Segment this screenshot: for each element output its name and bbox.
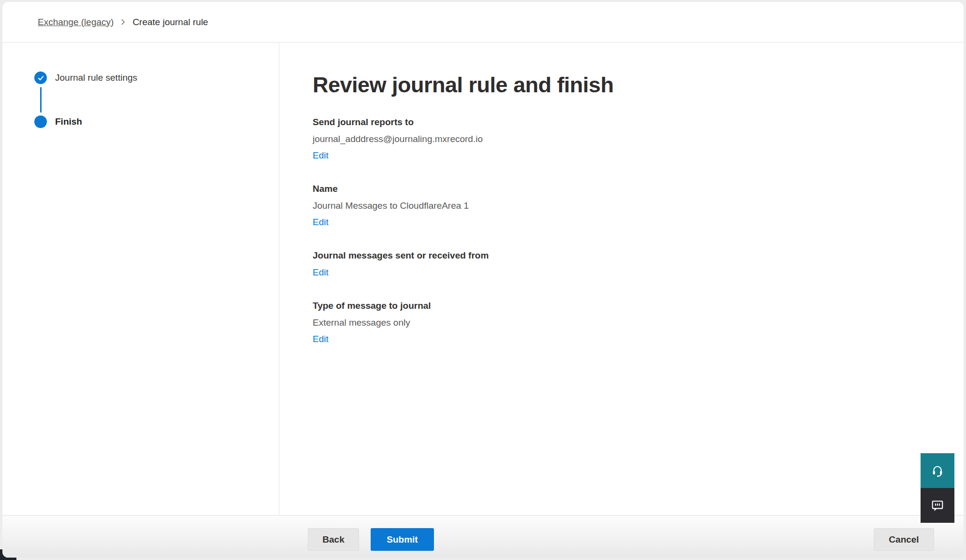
edit-link[interactable]: Edit [313, 332, 329, 345]
edit-link[interactable]: Edit [313, 149, 329, 162]
review-section: Send journal reports tojournal_adddress@… [313, 115, 925, 162]
help-button[interactable] [921, 453, 954, 488]
cancel-button[interactable]: Cancel [874, 528, 934, 551]
section-label: Journal messages sent or received from [313, 249, 925, 262]
wizard-step-finish[interactable]: Finish [34, 115, 279, 128]
review-sections: Send journal reports tojournal_adddress@… [313, 115, 925, 345]
dot-icon [34, 115, 47, 128]
page-title: Review journal rule and finish [313, 71, 925, 99]
check-icon [34, 72, 47, 84]
submit-button[interactable]: Submit [371, 528, 434, 551]
review-section: Journal messages sent or received fromEd… [313, 249, 925, 279]
feedback-button[interactable] [921, 488, 954, 523]
breadcrumb-exchange-legacy[interactable]: Exchange (legacy) [38, 17, 114, 28]
main-content: Review journal rule and finish Send jour… [280, 43, 964, 515]
section-value: Journal Messages to CloudflareArea 1 [313, 199, 925, 212]
wizard-step-label: Finish [55, 115, 82, 128]
admin-center-window: Exchange (legacy) Create journal rule Jo… [2, 2, 964, 558]
chevron-right-icon [120, 19, 126, 25]
section-value: External messages only [313, 316, 925, 329]
edit-link[interactable]: Edit [313, 266, 329, 279]
section-label: Name [313, 182, 925, 195]
footer-action-bar: Back Submit Cancel [2, 515, 964, 558]
chat-icon [931, 499, 944, 512]
headset-icon [931, 464, 944, 477]
assist-button-stack [921, 453, 954, 523]
top-bar: Exchange (legacy) Create journal rule [2, 2, 964, 43]
wizard-step-panel: Journal rule settings Finish [2, 43, 279, 515]
section-value: journal_adddress@journaling.mxrecord.io [313, 132, 925, 145]
review-section: NameJournal Messages to CloudflareArea 1… [313, 182, 925, 229]
wizard-step-journal-rule-settings[interactable]: Journal rule settings [34, 72, 279, 84]
edit-link[interactable]: Edit [313, 215, 329, 229]
section-label: Send journal reports to [313, 115, 925, 129]
breadcrumb-create-journal-rule: Create journal rule [132, 17, 208, 28]
back-button[interactable]: Back [308, 528, 359, 551]
wizard-step-label: Journal rule settings [55, 72, 137, 84]
wizard-step-connector [40, 87, 42, 113]
section-label: Type of message to journal [313, 299, 925, 312]
breadcrumb: Exchange (legacy) Create journal rule [38, 17, 208, 28]
review-section: Type of message to journalExternal messa… [313, 299, 925, 345]
